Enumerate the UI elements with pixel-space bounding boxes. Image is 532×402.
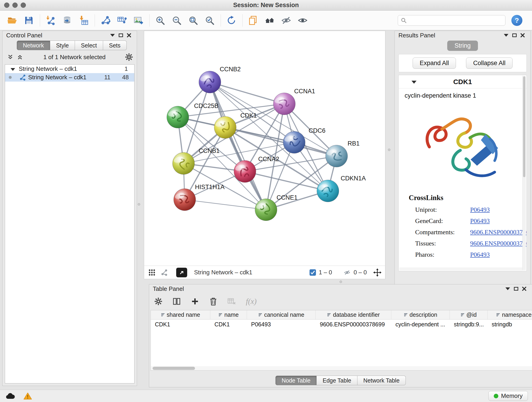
column-header--id[interactable]: @id (450, 310, 488, 319)
open-session-button[interactable] (6, 13, 19, 27)
collapse-all-button[interactable]: Collapse All (466, 57, 513, 69)
crosslink-link[interactable]: P06493 (470, 251, 527, 258)
float-panel-button[interactable] (502, 32, 510, 39)
float-panel-button[interactable] (504, 285, 512, 292)
network-collection-row[interactable]: String Network – cdk1 1 (5, 65, 134, 73)
crosslink-link[interactable]: P06493 (470, 206, 527, 213)
scrollbar-thumb[interactable] (523, 76, 525, 177)
network-node-ccna1[interactable] (273, 93, 295, 115)
results-scrollbar[interactable] (522, 76, 526, 270)
help-button[interactable]: ? (511, 15, 522, 26)
warnings-button[interactable] (22, 391, 34, 401)
show-all-button[interactable] (296, 13, 310, 27)
close-panel-button[interactable] (520, 285, 528, 292)
network-node-cdkn1a[interactable] (317, 180, 339, 202)
table-horizontal-scrollbar[interactable] (151, 366, 532, 370)
memory-button[interactable]: Memory (488, 391, 528, 401)
scrollbar-thumb[interactable] (152, 367, 195, 370)
apply-layout-button[interactable] (225, 13, 238, 27)
network-row[interactable]: String Network – cdk1 11 48 (5, 73, 134, 82)
home-button[interactable] (263, 13, 277, 27)
tab-sets[interactable]: Sets (103, 41, 127, 50)
network-edge[interactable] (210, 82, 266, 210)
network-node-ccnb2[interactable] (199, 71, 221, 93)
table-row[interactable]: CDK1CDK1P064939606.ENSP00000378699cyclin… (151, 319, 532, 329)
new-network-button[interactable] (99, 13, 112, 27)
tab-network-table[interactable]: Network Table (357, 376, 406, 385)
selected-nodes-checkbox-icon[interactable] (310, 269, 316, 276)
network-node-ccne1[interactable] (255, 199, 277, 221)
network-node-cdc6[interactable] (283, 131, 305, 153)
table-options-button[interactable] (154, 298, 162, 305)
tab-string[interactable]: String (447, 41, 478, 51)
search-input[interactable] (409, 17, 502, 24)
network-node-ccnb1[interactable] (172, 153, 195, 174)
network-edge[interactable] (245, 172, 328, 191)
float-panel-button[interactable] (108, 32, 117, 39)
zoom-selected-button[interactable] (203, 13, 216, 27)
tab-network[interactable]: Network (17, 41, 50, 50)
expand-all-tree-button[interactable] (16, 54, 24, 61)
results-horizontal-scrollbar[interactable] (399, 268, 522, 270)
column-header-namespace[interactable]: namespace (488, 310, 532, 319)
import-table-button[interactable] (77, 13, 90, 27)
network-edge[interactable] (185, 200, 266, 210)
close-panel-button[interactable] (125, 32, 133, 39)
zoom-out-button[interactable] (170, 13, 184, 27)
zoom-fit-button[interactable] (186, 13, 200, 27)
network-node-cdk1[interactable] (214, 116, 236, 138)
crosslink-link[interactable]: 9606.ENSP00000378699 (470, 240, 527, 247)
network-node-rb1[interactable] (326, 145, 348, 167)
network-view-button[interactable] (160, 269, 168, 276)
hide-selected-button[interactable] (279, 13, 293, 27)
zoom-window-button[interactable] (21, 2, 26, 8)
tab-node-table[interactable]: Node Table (275, 376, 317, 385)
network-node-cdc25b[interactable] (167, 106, 189, 128)
column-header-name[interactable]: name (210, 310, 247, 319)
grid-view-button[interactable] (148, 269, 156, 276)
network-node-hist1h1a[interactable] (174, 189, 196, 211)
vertical-splitter-handle[interactable] (388, 148, 390, 151)
import-network-button[interactable] (44, 13, 57, 27)
crosslink-link[interactable]: 9606.ENSP00000378699 (470, 229, 527, 236)
delete-table-button-disabled[interactable] (228, 298, 236, 305)
export-image-button[interactable] (132, 13, 145, 27)
disclosure-triangle-icon[interactable] (412, 81, 417, 84)
pan-button[interactable] (373, 269, 381, 276)
disclosure-triangle-icon[interactable] (11, 68, 15, 71)
function-builder-button[interactable]: f(x) (246, 297, 257, 306)
minimize-window-button[interactable] (12, 2, 18, 8)
horizontal-splitter-handle[interactable] (340, 281, 342, 283)
save-session-button[interactable] (22, 13, 36, 27)
network-options-button[interactable] (125, 54, 133, 61)
cloud-status-button[interactable] (4, 391, 17, 401)
tab-style[interactable]: Style (50, 41, 75, 50)
maximize-panel-button[interactable] (117, 32, 125, 39)
close-panel-button[interactable] (519, 32, 527, 39)
import-network-from-database-button[interactable] (60, 13, 74, 27)
column-header-canonical-name[interactable]: canonical name (247, 310, 316, 319)
export-table-button[interactable] (115, 13, 129, 27)
delete-column-button[interactable] (209, 298, 217, 305)
expand-all-button[interactable]: Expand All (413, 57, 456, 69)
network-canvas[interactable]: CCNB2CCNA1CDC25BCDK1CDC6RB1CCNB1CCNA2CDK… (144, 31, 385, 266)
collapse-all-button[interactable] (6, 54, 14, 61)
column-header-description[interactable]: description (391, 310, 450, 319)
close-window-button[interactable] (4, 2, 9, 8)
duplicate-network-button[interactable] (246, 13, 260, 27)
maximize-panel-button[interactable] (510, 32, 519, 39)
column-header-shared-name[interactable]: shared name (151, 310, 210, 319)
birdseye-view-button[interactable] (176, 268, 187, 277)
vertical-splitter-handle[interactable] (138, 203, 140, 206)
create-column-button[interactable] (191, 298, 199, 305)
network-node-ccna2[interactable] (234, 160, 256, 182)
node-section-header[interactable]: CDK1 (399, 75, 526, 89)
maximize-panel-button[interactable] (512, 285, 520, 292)
tab-select[interactable]: Select (75, 41, 103, 50)
network-edge[interactable] (210, 82, 284, 104)
tab-edge-table[interactable]: Edge Table (317, 376, 357, 385)
zoom-in-button[interactable] (153, 13, 167, 27)
crosslink-link[interactable]: P06493 (470, 217, 527, 225)
column-header-database-identifier[interactable]: database identifier (316, 310, 391, 319)
show-columns-button[interactable] (172, 298, 181, 305)
